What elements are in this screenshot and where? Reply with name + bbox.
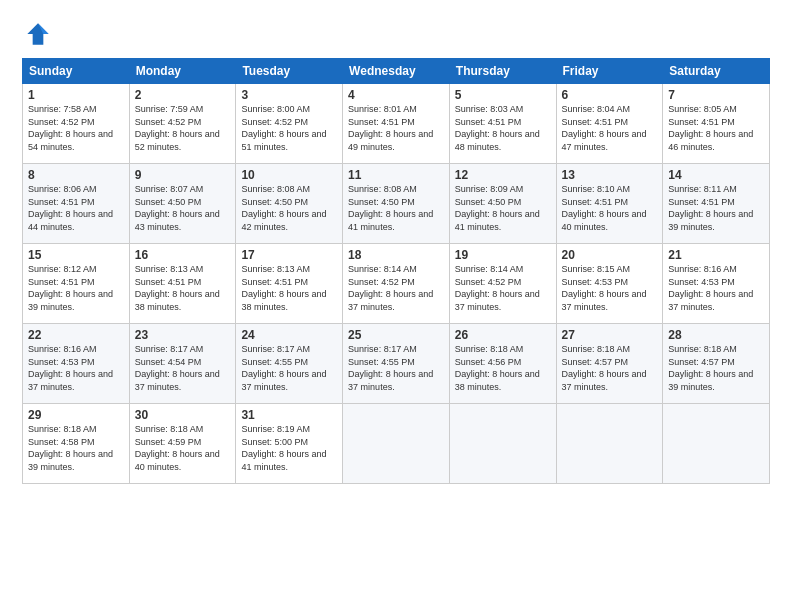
day-number: 26 — [455, 328, 551, 342]
day-number: 2 — [135, 88, 231, 102]
day-cell-8: 8Sunrise: 8:06 AMSunset: 4:51 PMDaylight… — [23, 164, 130, 244]
day-cell-5: 5Sunrise: 8:03 AMSunset: 4:51 PMDaylight… — [449, 84, 556, 164]
cell-info: Sunrise: 8:05 AMSunset: 4:51 PMDaylight:… — [668, 103, 764, 153]
day-cell-29: 29Sunrise: 8:18 AMSunset: 4:58 PMDayligh… — [23, 404, 130, 484]
cell-info: Sunrise: 8:16 AMSunset: 4:53 PMDaylight:… — [668, 263, 764, 313]
day-number: 22 — [28, 328, 124, 342]
day-cell-22: 22Sunrise: 8:16 AMSunset: 4:53 PMDayligh… — [23, 324, 130, 404]
day-cell-25: 25Sunrise: 8:17 AMSunset: 4:55 PMDayligh… — [343, 324, 450, 404]
day-number: 18 — [348, 248, 444, 262]
day-number: 17 — [241, 248, 337, 262]
day-cell-16: 16Sunrise: 8:13 AMSunset: 4:51 PMDayligh… — [129, 244, 236, 324]
cell-info: Sunrise: 8:17 AMSunset: 4:55 PMDaylight:… — [348, 343, 444, 393]
week-row-5: 29Sunrise: 8:18 AMSunset: 4:58 PMDayligh… — [23, 404, 770, 484]
day-cell-15: 15Sunrise: 8:12 AMSunset: 4:51 PMDayligh… — [23, 244, 130, 324]
cell-info: Sunrise: 8:18 AMSunset: 4:57 PMDaylight:… — [562, 343, 658, 393]
day-cell-7: 7Sunrise: 8:05 AMSunset: 4:51 PMDaylight… — [663, 84, 770, 164]
page: SundayMondayTuesdayWednesdayThursdayFrid… — [0, 0, 792, 612]
header-cell-thursday: Thursday — [449, 59, 556, 84]
day-number: 6 — [562, 88, 658, 102]
day-cell-13: 13Sunrise: 8:10 AMSunset: 4:51 PMDayligh… — [556, 164, 663, 244]
cell-info: Sunrise: 8:14 AMSunset: 4:52 PMDaylight:… — [348, 263, 444, 313]
day-number: 31 — [241, 408, 337, 422]
day-cell-18: 18Sunrise: 8:14 AMSunset: 4:52 PMDayligh… — [343, 244, 450, 324]
day-number: 19 — [455, 248, 551, 262]
cell-info: Sunrise: 8:17 AMSunset: 4:54 PMDaylight:… — [135, 343, 231, 393]
header-row: SundayMondayTuesdayWednesdayThursdayFrid… — [23, 59, 770, 84]
header-cell-friday: Friday — [556, 59, 663, 84]
logo-icon — [22, 18, 54, 50]
day-number: 10 — [241, 168, 337, 182]
cell-info: Sunrise: 8:13 AMSunset: 4:51 PMDaylight:… — [241, 263, 337, 313]
day-cell-14: 14Sunrise: 8:11 AMSunset: 4:51 PMDayligh… — [663, 164, 770, 244]
day-number: 12 — [455, 168, 551, 182]
day-cell-9: 9Sunrise: 8:07 AMSunset: 4:50 PMDaylight… — [129, 164, 236, 244]
cell-info: Sunrise: 8:01 AMSunset: 4:51 PMDaylight:… — [348, 103, 444, 153]
header-cell-sunday: Sunday — [23, 59, 130, 84]
cell-info: Sunrise: 8:19 AMSunset: 5:00 PMDaylight:… — [241, 423, 337, 473]
day-number: 24 — [241, 328, 337, 342]
day-number: 29 — [28, 408, 124, 422]
day-cell-30: 30Sunrise: 8:18 AMSunset: 4:59 PMDayligh… — [129, 404, 236, 484]
day-number: 5 — [455, 88, 551, 102]
empty-cell — [449, 404, 556, 484]
day-cell-6: 6Sunrise: 8:04 AMSunset: 4:51 PMDaylight… — [556, 84, 663, 164]
day-cell-1: 1Sunrise: 7:58 AMSunset: 4:52 PMDaylight… — [23, 84, 130, 164]
day-cell-27: 27Sunrise: 8:18 AMSunset: 4:57 PMDayligh… — [556, 324, 663, 404]
day-number: 8 — [28, 168, 124, 182]
cell-info: Sunrise: 8:18 AMSunset: 4:57 PMDaylight:… — [668, 343, 764, 393]
day-cell-11: 11Sunrise: 8:08 AMSunset: 4:50 PMDayligh… — [343, 164, 450, 244]
cell-info: Sunrise: 7:59 AMSunset: 4:52 PMDaylight:… — [135, 103, 231, 153]
cell-info: Sunrise: 8:15 AMSunset: 4:53 PMDaylight:… — [562, 263, 658, 313]
day-cell-12: 12Sunrise: 8:09 AMSunset: 4:50 PMDayligh… — [449, 164, 556, 244]
header-cell-wednesday: Wednesday — [343, 59, 450, 84]
header-cell-saturday: Saturday — [663, 59, 770, 84]
cell-info: Sunrise: 8:16 AMSunset: 4:53 PMDaylight:… — [28, 343, 124, 393]
day-cell-21: 21Sunrise: 8:16 AMSunset: 4:53 PMDayligh… — [663, 244, 770, 324]
day-number: 30 — [135, 408, 231, 422]
day-number: 15 — [28, 248, 124, 262]
cell-info: Sunrise: 8:08 AMSunset: 4:50 PMDaylight:… — [348, 183, 444, 233]
day-number: 7 — [668, 88, 764, 102]
day-number: 13 — [562, 168, 658, 182]
calendar-table: SundayMondayTuesdayWednesdayThursdayFrid… — [22, 58, 770, 484]
header-cell-monday: Monday — [129, 59, 236, 84]
empty-cell — [556, 404, 663, 484]
cell-info: Sunrise: 8:08 AMSunset: 4:50 PMDaylight:… — [241, 183, 337, 233]
cell-info: Sunrise: 8:11 AMSunset: 4:51 PMDaylight:… — [668, 183, 764, 233]
day-number: 21 — [668, 248, 764, 262]
empty-cell — [343, 404, 450, 484]
day-cell-4: 4Sunrise: 8:01 AMSunset: 4:51 PMDaylight… — [343, 84, 450, 164]
day-number: 9 — [135, 168, 231, 182]
day-number: 25 — [348, 328, 444, 342]
cell-info: Sunrise: 8:14 AMSunset: 4:52 PMDaylight:… — [455, 263, 551, 313]
day-number: 16 — [135, 248, 231, 262]
day-cell-10: 10Sunrise: 8:08 AMSunset: 4:50 PMDayligh… — [236, 164, 343, 244]
day-number: 20 — [562, 248, 658, 262]
day-cell-2: 2Sunrise: 7:59 AMSunset: 4:52 PMDaylight… — [129, 84, 236, 164]
logo — [22, 18, 58, 50]
empty-cell — [663, 404, 770, 484]
cell-info: Sunrise: 8:17 AMSunset: 4:55 PMDaylight:… — [241, 343, 337, 393]
day-cell-24: 24Sunrise: 8:17 AMSunset: 4:55 PMDayligh… — [236, 324, 343, 404]
cell-info: Sunrise: 8:00 AMSunset: 4:52 PMDaylight:… — [241, 103, 337, 153]
cell-info: Sunrise: 8:18 AMSunset: 4:59 PMDaylight:… — [135, 423, 231, 473]
day-number: 4 — [348, 88, 444, 102]
day-number: 11 — [348, 168, 444, 182]
week-row-1: 1Sunrise: 7:58 AMSunset: 4:52 PMDaylight… — [23, 84, 770, 164]
day-cell-23: 23Sunrise: 8:17 AMSunset: 4:54 PMDayligh… — [129, 324, 236, 404]
day-cell-31: 31Sunrise: 8:19 AMSunset: 5:00 PMDayligh… — [236, 404, 343, 484]
day-cell-17: 17Sunrise: 8:13 AMSunset: 4:51 PMDayligh… — [236, 244, 343, 324]
week-row-2: 8Sunrise: 8:06 AMSunset: 4:51 PMDaylight… — [23, 164, 770, 244]
day-cell-19: 19Sunrise: 8:14 AMSunset: 4:52 PMDayligh… — [449, 244, 556, 324]
cell-info: Sunrise: 8:18 AMSunset: 4:58 PMDaylight:… — [28, 423, 124, 473]
cell-info: Sunrise: 8:07 AMSunset: 4:50 PMDaylight:… — [135, 183, 231, 233]
cell-info: Sunrise: 8:10 AMSunset: 4:51 PMDaylight:… — [562, 183, 658, 233]
day-number: 14 — [668, 168, 764, 182]
week-row-3: 15Sunrise: 8:12 AMSunset: 4:51 PMDayligh… — [23, 244, 770, 324]
week-row-4: 22Sunrise: 8:16 AMSunset: 4:53 PMDayligh… — [23, 324, 770, 404]
day-cell-3: 3Sunrise: 8:00 AMSunset: 4:52 PMDaylight… — [236, 84, 343, 164]
cell-info: Sunrise: 7:58 AMSunset: 4:52 PMDaylight:… — [28, 103, 124, 153]
header — [22, 18, 770, 50]
day-cell-26: 26Sunrise: 8:18 AMSunset: 4:56 PMDayligh… — [449, 324, 556, 404]
